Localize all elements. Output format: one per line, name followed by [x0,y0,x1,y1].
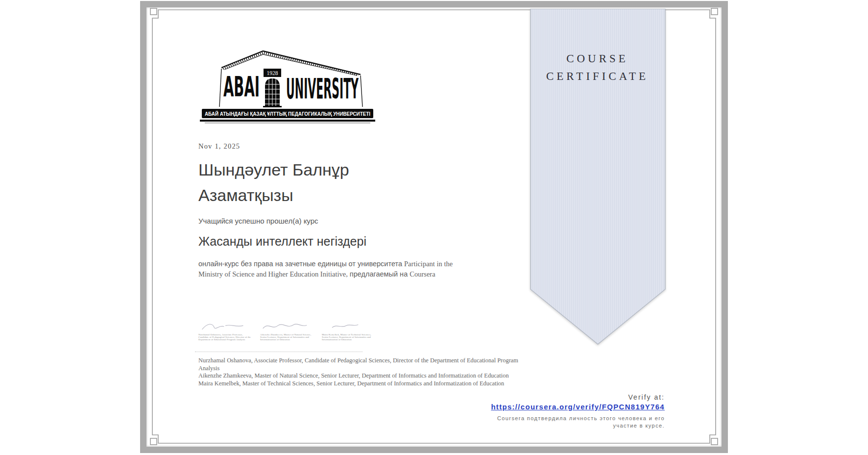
certificate: ABAI UNIVERSITY 1928 АБАЙ АТЫНДАҒЫ ҚАЗАҚ… [140,1,728,453]
ribbon-title: COURSE CERTIFICATE [530,50,665,85]
completion-text: Учащийся успешно прошел(а) курс [198,217,318,225]
frame-corner-square [150,438,157,445]
signature-icon [322,321,371,333]
verify-note: Coursera подтвердила личность этого чело… [491,415,665,430]
verify-link[interactable]: https://coursera.org/verify/FQPCN819Y764 [491,403,665,411]
signature-credentials-tiny: Nurzhamal Oshanova, Associate Professor,… [198,333,251,341]
signer-credential-line: Nurzhamal Oshanova, Associate Professor,… [198,357,521,372]
signature-block: Aikenzhe Zhamkeeva, Master of Natural Sc… [260,321,313,341]
certificate-page: ABAI UNIVERSITY 1928 АБАЙ АТЫНДАҒЫ ҚАЗАҚ… [0,0,868,455]
signer-credential-line: Aikenzhe Zhamkeeva, Master of Natural Sc… [198,372,521,380]
signers-credentials: Nurzhamal Oshanova, Associate Professor,… [198,357,521,387]
course-description: онлайн-курс без права на зачетные единиц… [198,259,459,279]
signature-block: Maira Kemelbek, Master of Technical Scie… [322,321,375,341]
frame-corner-square [711,8,718,15]
signature-icon [260,321,309,333]
signature-divider [195,352,362,352]
description-segment: онлайн-курс без права на зачетные единиц… [198,260,404,268]
frame-corner-square [711,438,718,445]
verify-label: Verify at: [491,393,665,401]
verify-note-line2: участие в курсе. [491,422,665,430]
signature-row: Nurzhamal Oshanova, Associate Professor,… [198,321,375,341]
abai-university-logo: ABAI UNIVERSITY 1928 АБАЙ АТЫНДАҒЫ ҚАЗАҚ… [200,46,375,124]
ribbon-title-line1: COURSE [530,50,665,68]
verify-note-line1: Coursera подтвердила личность этого чело… [491,415,665,422]
ribbon-title-line2: CERTIFICATE [530,68,665,85]
description-segment: Coursera [410,270,435,278]
signer-credential-line: Maira Kemelbek, Master of Technical Scie… [198,380,521,388]
signature-icon [198,321,247,333]
recipient-name: Шындәулет Балнұр Азаматқызы [198,157,409,208]
description-segment: предлагаемый на [348,270,410,278]
verify-block: Verify at: https://coursera.org/verify/F… [491,393,665,430]
course-title: Жасанды интеллект негіздері [198,234,366,249]
logo-banner-text: АБАЙ АТЫНДАҒЫ ҚАЗАҚ ҰЛТТЫҚ ПЕДАГОГИКАЛЫҚ… [205,111,370,117]
logo-word-right: UNIVERSITY [286,73,359,105]
issue-date: Nov 1, 2025 [198,142,240,151]
logo-word-left: ABAI [223,71,260,103]
logo-year: 1928 [267,70,278,76]
signature-credentials-tiny: Aikenzhe Zhamkeeva, Master of Natural Sc… [260,333,313,341]
frame-corner-square [150,8,157,15]
signature-block: Nurzhamal Oshanova, Associate Professor,… [198,321,251,341]
signature-credentials-tiny: Maira Kemelbek, Master of Technical Scie… [322,333,375,341]
